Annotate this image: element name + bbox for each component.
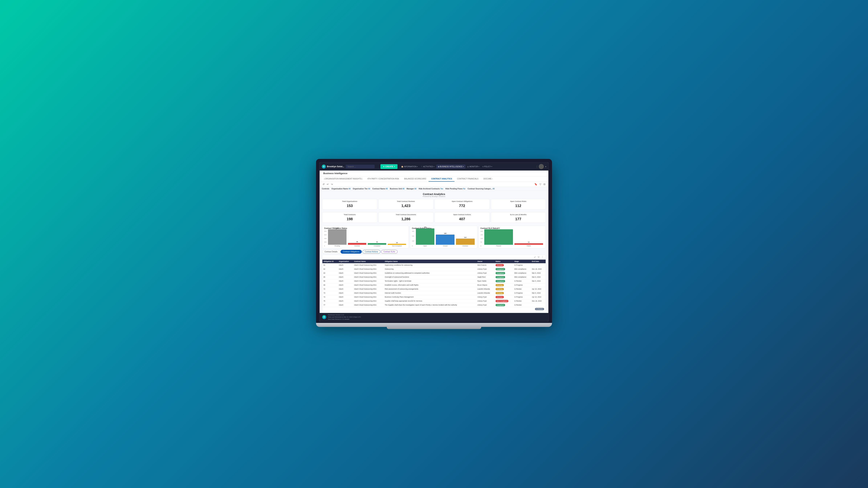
search-input[interactable] bbox=[346, 165, 375, 168]
refresh-button[interactable]: ↺ bbox=[322, 183, 325, 186]
bar-closed: 185 Closed bbox=[436, 233, 455, 247]
cell-owner: Saqib Rizvi bbox=[476, 275, 494, 279]
tab-contract-details[interactable]: Contract Details bbox=[322, 250, 340, 254]
cell-org: Intech bbox=[338, 295, 353, 299]
table-row: 65 Intech Intech Cloud Outsourcing MSA O… bbox=[322, 275, 546, 279]
status-badge: Compliant bbox=[496, 304, 505, 306]
home-icon: 🏠 bbox=[401, 166, 403, 168]
cell-obligation: Oversight of outsourced functions bbox=[384, 275, 476, 279]
bar-overdue-action: 112 Overdue bbox=[456, 236, 475, 247]
cell-contract: Intech Cloud Outsourcing MSA bbox=[353, 299, 384, 303]
tab-contract-financials[interactable]: CONTRACT FINANCIALS bbox=[455, 176, 481, 182]
kpi-row-2: Total Contracts 198 Total Contract Docum… bbox=[322, 212, 546, 223]
chevron-down-icon: ▾ bbox=[463, 166, 464, 167]
cell-obligation: Supplier shall keep appropriate records … bbox=[384, 299, 476, 303]
create-button[interactable]: CREATE ▾ bbox=[380, 164, 398, 169]
undo-button[interactable]: ↩ bbox=[326, 183, 330, 186]
bookmark-button[interactable]: 🔖 bbox=[534, 183, 538, 186]
footer-text: Dashboard Version 2.2.0 Data Last Refres… bbox=[328, 314, 361, 320]
more-table-icon[interactable]: ⋮ bbox=[541, 256, 544, 259]
nav-item-information[interactable]: 🏠 INFORMATION ▾ bbox=[400, 165, 419, 168]
filter-controls[interactable]: Controls bbox=[322, 188, 329, 190]
cell-contract: Intech Cloud Outsourcing MSA bbox=[353, 271, 384, 275]
user-menu-chevron[interactable]: ▾ bbox=[545, 166, 546, 168]
user-avatar[interactable] bbox=[539, 164, 544, 169]
cell-status: Pending bbox=[494, 291, 513, 295]
col-organisation: Organisation bbox=[338, 260, 353, 263]
tab-contract-slas[interactable]: Contract SLAs bbox=[381, 250, 398, 254]
cell-org: Intech bbox=[338, 291, 353, 295]
cell-id: 68 bbox=[322, 283, 338, 287]
cell-stage: In Review bbox=[513, 279, 531, 283]
sla-bars: 166 Passed 11 Failed bbox=[484, 230, 544, 247]
filter-button[interactable]: ▽ bbox=[539, 183, 542, 186]
status-badge: Pending bbox=[496, 288, 504, 290]
filter-org-tier[interactable]: Organisation Tier All bbox=[353, 188, 370, 190]
main-nav-items: 🏠 INFORMATION ▾ ♡ ACTIVITIES ▾ ⊞ BUSINES… bbox=[400, 165, 535, 168]
filter-table-icon[interactable]: ▽ bbox=[537, 256, 540, 259]
cell-owner: Antony Fryer bbox=[476, 303, 494, 307]
filter-bar: Controls Organisation Name All Organisat… bbox=[320, 187, 548, 191]
nav-item-policy[interactable]: ≡ POLICY ▾ bbox=[481, 165, 494, 168]
tab-contract-obligations[interactable]: Contract Obligations bbox=[341, 250, 362, 254]
action-bars: 295 Open 185 Closed bbox=[415, 230, 475, 247]
bar-passed: 166 Passed bbox=[484, 227, 513, 247]
cell-id: 75 bbox=[322, 299, 338, 303]
cell-end-date bbox=[531, 283, 546, 287]
nav-item-activities[interactable]: ♡ ACTIVITIES ▾ bbox=[420, 165, 436, 168]
cell-org: Intech bbox=[338, 263, 353, 267]
filter-org-name[interactable]: Organisation Name All bbox=[332, 188, 350, 190]
bar-pending: 655 Pending bbox=[328, 227, 346, 247]
filter-sourcing-category[interactable]: Contract Sourcing Categor... All bbox=[468, 188, 495, 190]
status-badge: Compliant bbox=[496, 276, 505, 278]
table-row: 74 Intech Intech Cloud Outsourcing MSA B… bbox=[322, 295, 546, 299]
filter-manager[interactable]: Manager All bbox=[407, 188, 416, 190]
tab-contract-actions[interactable]: Contract Actions bbox=[363, 250, 380, 254]
bar-open: 295 Open bbox=[416, 226, 435, 247]
filter-business-unit[interactable]: Business Unit All bbox=[390, 188, 404, 190]
filter-hide-archived[interactable]: Hide Archived Contracts Yes bbox=[418, 188, 443, 190]
cell-contract: Intech Cloud Outsourcing MSA bbox=[353, 267, 384, 271]
kpi-open-risks: Open Contract Risks 112 bbox=[491, 199, 546, 209]
cell-contract: Intech Cloud Outsourcing MSA bbox=[353, 275, 384, 279]
footer-brand-icon: B bbox=[322, 315, 326, 319]
filter-contract-name[interactable]: Contract Name All bbox=[372, 188, 388, 190]
tab-docume[interactable]: DOCUME › bbox=[481, 176, 495, 182]
cell-obligation: Business Continuity Plans Management bbox=[384, 295, 476, 299]
chevron-down-icon: ▾ bbox=[394, 166, 395, 167]
policy-icon: ≡ bbox=[483, 166, 484, 168]
kpi-total-contract-reviews: Total Contract Reviews 1,423 bbox=[378, 199, 434, 209]
filter-hide-pending[interactable]: Hide Pending Flows No bbox=[445, 188, 465, 190]
cell-end-date: Mar 9, 2024 bbox=[531, 271, 546, 275]
cell-stage: In Progress bbox=[513, 291, 531, 295]
y-axis-action: 300 200 100 0 bbox=[412, 230, 414, 247]
brand-icon: B bbox=[322, 165, 326, 168]
more-options-button[interactable]: ⊟ bbox=[543, 183, 546, 186]
cell-id: 74 bbox=[322, 295, 338, 299]
kpi-total-orgs: Total Organisations 153 bbox=[322, 199, 377, 209]
cell-owner: Antony Fryer bbox=[476, 295, 494, 299]
cell-stage: EBA compliance bbox=[513, 267, 531, 271]
redo-button[interactable]: ↪ bbox=[330, 183, 334, 186]
tab-org-mgmt[interactable]: | ORGANISATION MANAGEMENT INSIGHTS | bbox=[321, 176, 365, 182]
table-body: 61 Intech Intech Cloud Outsourcing MSA S… bbox=[322, 263, 546, 307]
nav-item-business-intelligence[interactable]: ⊞ BUSINESS INTELLIGENCE ▾ bbox=[436, 165, 466, 168]
table-row: 72 Intech Intech Cloud Outsourcing MSA R… bbox=[322, 287, 546, 291]
brand-logo[interactable]: B Brooklyn Solut... bbox=[322, 165, 344, 168]
tab-balanced-scorecard[interactable]: BALANCED SCORECARD bbox=[402, 176, 429, 182]
cell-status: Pending bbox=[494, 283, 513, 287]
bi-icon: ⊞ bbox=[438, 166, 439, 168]
cell-status: Non-Compliant bbox=[494, 299, 513, 303]
cell-end-date: Dec 18, 2020 bbox=[531, 267, 546, 271]
expand-icon[interactable]: ⤢ bbox=[533, 256, 536, 259]
table-row: 75 Intech Intech Cloud Outsourcing MSA S… bbox=[322, 299, 546, 303]
table-section: Contract Details Contract Obligations Co… bbox=[322, 250, 546, 311]
table-row: 66 Intech Intech Cloud Outsourcing MSA T… bbox=[322, 279, 546, 283]
cell-owner: Leandro Miranda bbox=[476, 287, 494, 291]
cell-status: Compliant bbox=[494, 279, 513, 283]
tab-contract-analytics[interactable]: CONTRACT ANALYTICS bbox=[429, 176, 455, 182]
tab-4th-party[interactable]: 4TH PARTY / CONCENTRATION RISK bbox=[365, 176, 402, 182]
col-stage: Stage bbox=[513, 260, 531, 263]
nav-item-monitor[interactable]: ◎ MONITOR ▾ bbox=[466, 165, 480, 168]
status-badge: Overdue bbox=[496, 264, 504, 266]
